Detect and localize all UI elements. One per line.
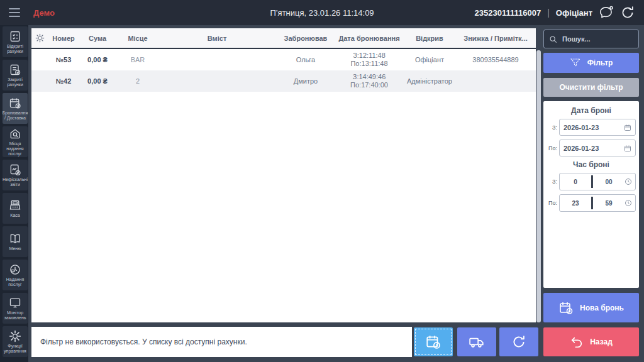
sidebar-item-open-bills[interactable]: Відкриті рахунки: [3, 26, 28, 57]
time-section-title: Час броні: [547, 160, 636, 169]
undo-arrow-icon: [570, 335, 584, 349]
cell-booking-date: З:14:49:46 По:17:40:00: [337, 73, 401, 89]
service-places-icon: [9, 128, 21, 140]
calendar-plus-icon: [558, 300, 574, 315]
col-content[interactable]: Вміст: [160, 35, 274, 42]
calendar-icon[interactable]: [624, 124, 631, 131]
sidebar: Відкриті рахунки Закриті рахунки Бронюва…: [0, 25, 28, 362]
sidebar-item-cash-register[interactable]: Каса: [3, 193, 28, 224]
date-from-label: З:: [547, 124, 559, 131]
search-icon: [549, 35, 557, 43]
sync-icon[interactable]: [620, 5, 635, 20]
filter-button[interactable]: Фільтр: [543, 53, 639, 73]
cell-booked-by: Дмитро: [274, 77, 337, 85]
cash-register-icon: [9, 199, 21, 212]
nonfiscal-reports-icon: [9, 163, 21, 176]
bookings-view-button[interactable]: [414, 327, 453, 356]
table-row[interactable]: №53 0,00 ₴ BAR Ольга З:12:11:48 По:13:11…: [31, 49, 536, 70]
table-scrollbar[interactable]: [536, 50, 541, 322]
booking-calendar-icon: [425, 334, 441, 350]
col-opened-by[interactable]: Відкрив: [401, 35, 458, 42]
filter-card: Дата броні З: По: Час броні З:: [543, 101, 639, 288]
funnel-icon: [570, 57, 581, 69]
top-bar: Демо П’ятниця, 23.01.26 11:14:09 2352301…: [0, 0, 644, 25]
time-from-hour[interactable]: 0: [560, 178, 591, 185]
status-message-box: Фільтр не використовується. У списку всі…: [31, 327, 412, 357]
chat-notification-icon[interactable]: [599, 5, 614, 20]
clock-icon[interactable]: [625, 199, 632, 207]
truck-icon: [469, 334, 485, 350]
col-number[interactable]: Номер: [48, 35, 79, 42]
table-header: Номер Сума Місце Вміст Забронював Дата б…: [31, 28, 536, 49]
refresh-icon: [511, 334, 527, 350]
cell-place: BAR: [116, 56, 160, 63]
search-input[interactable]: [562, 35, 633, 43]
table-row[interactable]: №42 0,00 ₴ 2 Дмитро З:14:49:46 По:17:40:…: [31, 70, 536, 92]
clock-icon[interactable]: [625, 178, 632, 185]
booking-delivery-icon: [9, 97, 21, 109]
time-to-label: По:: [547, 200, 559, 206]
time-from-minute[interactable]: 00: [593, 178, 625, 185]
menu-book-icon: [9, 233, 21, 245]
col-sum[interactable]: Сума: [79, 35, 116, 42]
new-booking-button[interactable]: Нова бронь: [543, 293, 639, 322]
date-from-field[interactable]: [559, 119, 636, 136]
time-to-field[interactable]: 23 59: [559, 194, 636, 212]
main-area: Номер Сума Місце Вміст Забронював Дата б…: [28, 25, 542, 362]
cell-booking-date: З:12:11:48 По:13:11:48: [337, 52, 401, 68]
refresh-button[interactable]: [499, 327, 538, 356]
time-to-hour[interactable]: 23: [560, 200, 591, 207]
delivery-view-button[interactable]: [457, 327, 496, 356]
sidebar-item-order-monitor[interactable]: Монітор замовлень: [3, 293, 28, 324]
order-monitor-icon: [9, 297, 21, 309]
sidebar-item-services[interactable]: Надання послуг: [3, 260, 28, 290]
cell-number: №53: [48, 56, 79, 63]
sidebar-item-management[interactable]: Функції управління: [3, 326, 28, 357]
separator: |: [547, 8, 550, 18]
cell-place: 2: [116, 77, 160, 85]
sidebar-item-nonfiscal-reports[interactable]: Нефіскальні звіти: [3, 160, 28, 190]
cell-sum: 0,00 ₴: [79, 56, 116, 63]
cell-opened-by: Адміністратор: [401, 77, 458, 85]
time-from-label: З:: [547, 178, 559, 185]
sidebar-item-menu[interactable]: Меню: [3, 226, 28, 257]
brand-name: Демо: [33, 8, 55, 18]
open-bills-icon: [9, 30, 21, 43]
time-from-field[interactable]: 0 00: [559, 173, 636, 190]
cell-note: 380935544889: [458, 56, 533, 63]
calendar-icon[interactable]: [624, 145, 631, 152]
back-button[interactable]: Назад: [543, 327, 639, 356]
cell-booked-by: Ольга: [274, 56, 337, 63]
status-message: Фільтр не використовується. У списку всі…: [40, 337, 247, 346]
closed-bills-icon: [9, 63, 21, 76]
date-from-input[interactable]: [564, 124, 621, 131]
col-place[interactable]: Місце: [116, 35, 160, 42]
sidebar-item-service-places[interactable]: Місця надання послуг: [3, 126, 28, 157]
sidebar-item-booking-delivery[interactable]: Бронювання / Доставка: [3, 93, 28, 124]
col-discount-note[interactable]: Знижка / Примітк...: [458, 35, 533, 42]
cell-sum: 0,00 ₴: [79, 77, 116, 85]
services-icon: [9, 263, 21, 276]
date-to-input[interactable]: [564, 145, 621, 152]
search-box[interactable]: [543, 30, 639, 48]
cell-number: №42: [48, 77, 79, 85]
management-icon: [9, 330, 21, 343]
cell-opened-by: Офіціант: [401, 56, 458, 63]
date-section-title: Дата броні: [547, 106, 636, 115]
time-to-minute[interactable]: 59: [593, 200, 625, 207]
filter-panel: Фільтр Очистити фільтр Дата броні З: По:: [542, 25, 644, 362]
table-settings-gear-icon[interactable]: [31, 33, 48, 43]
bookings-table: Номер Сума Місце Вміст Забронював Дата б…: [31, 28, 536, 322]
col-booking-date[interactable]: Дата бронювання: [337, 35, 401, 42]
hamburger-menu-icon[interactable]: [0, 8, 28, 17]
date-to-label: По:: [547, 145, 559, 151]
sidebar-item-closed-bills[interactable]: Закриті рахунки: [3, 60, 28, 90]
date-to-field[interactable]: [559, 140, 636, 156]
user-role: Офіціант: [556, 8, 592, 18]
clear-filter-button[interactable]: Очистити фільтр: [543, 78, 639, 97]
terminal-id: 235230111116007: [475, 8, 541, 18]
col-booked-by[interactable]: Забронював: [274, 35, 337, 42]
